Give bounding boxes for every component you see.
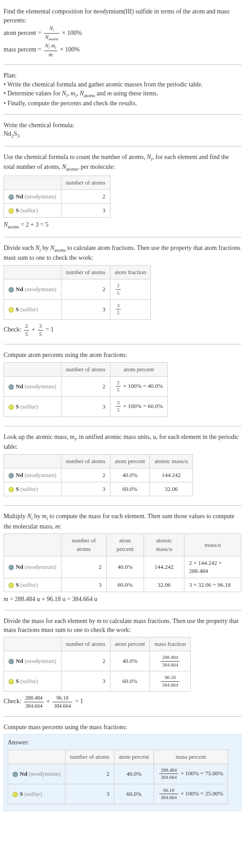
- element-color-dot: [9, 287, 14, 292]
- element-color-dot: [9, 565, 14, 570]
- molecular-mass-eq: m = 288.484 u + 96.18 u = 384.664 u: [4, 595, 241, 604]
- divider: [4, 344, 241, 344]
- atom-fraction-block: Divide each Ni by Natoms to calculate at…: [4, 240, 241, 341]
- mass-fraction-block: Divide the mass for each element by m to…: [4, 613, 241, 713]
- plan-bullet-1: • Write the chemical formula and gather …: [4, 80, 241, 89]
- table-atomic-mass: number of atoms atom percent atomic mass…: [4, 454, 193, 497]
- table-row: S (sulfur) 3 35 × 100% = 60.0%: [4, 396, 168, 417]
- table-row: Nd (neodymium) 2 25: [4, 279, 151, 300]
- table-row: S (sulfur) 3 60.0% 96.18384.664: [4, 671, 191, 692]
- check-mass-fraction: Check: 288.484384.664 + 96.18384.664 = 1: [4, 694, 241, 709]
- divider: [4, 114, 241, 115]
- table-atom-fraction: number of atoms atom fraction Nd (neodym…: [4, 265, 151, 320]
- mass-compute-text: Multiply Ni by mi to compute the mass fo…: [4, 512, 241, 531]
- fraction: Ni mi m: [44, 42, 57, 59]
- divider: [4, 716, 241, 717]
- table-row: Nd (neodymium) 2 40.0% 288.484384.664 × …: [8, 764, 228, 784]
- answer-title: Answer:: [8, 738, 237, 747]
- element-color-dot: [13, 772, 18, 777]
- chem-formula-block: Write the chemical formula: Nd2S3: [4, 117, 241, 143]
- table-answer: number of atoms atom percent mass percen…: [8, 750, 228, 804]
- atom-percent-text: Compute atom percents using the atom fra…: [4, 351, 241, 360]
- table-header-row: number of atoms: [4, 176, 110, 189]
- table-row: S (sulfur) 3 35: [4, 299, 151, 319]
- chem-formula: Nd2S3: [4, 129, 241, 139]
- divider: [4, 610, 241, 610]
- element-color-dot: [13, 792, 18, 797]
- table-row: Nd (neodymium) 2 25 × 100% = 40.0%: [4, 376, 168, 396]
- element-color-dot: [9, 384, 14, 390]
- plan-bullet-2: • Determine values for Ni, mi, Natoms an…: [4, 89, 241, 99]
- plan-bullet-3: • Finally, compute the percents and chec…: [4, 99, 241, 108]
- atom-percent-block: Compute atom percents using the atom fra…: [4, 347, 241, 423]
- answer-box: Answer: number of atoms atom percent mas…: [4, 734, 241, 811]
- element-color-dot: [9, 194, 14, 200]
- atomic-mass-text: Look up the atomic mass, mi, in unified …: [4, 433, 241, 451]
- element-color-dot: [9, 307, 14, 313]
- element-color-dot: [9, 583, 14, 588]
- table-row: Nd (neodymium) 2 40.0% 144.242: [4, 468, 193, 482]
- table-row: Nd (neodymium) 2 40.0% 288.484384.664: [4, 651, 191, 671]
- times-100: × 100%: [62, 30, 82, 36]
- natoms-text: Use the chemical formula to count the nu…: [4, 153, 241, 173]
- table-row: S (sulfur) 3 60.0% 32.06 3 × 32.06 = 96.…: [4, 578, 241, 592]
- divider: [4, 146, 241, 146]
- col-num-atoms: number of atoms: [61, 176, 110, 189]
- check-atom-fraction: Check: 25 + 35 = 1: [4, 322, 241, 338]
- table-atom-percent: number of atoms atom percent Nd (neodymi…: [4, 362, 168, 417]
- table-row: Nd (neodymium) 2: [4, 189, 110, 203]
- fraction: Ni Natoms: [44, 25, 60, 42]
- table-row: S (sulfur) 3: [4, 204, 110, 218]
- divider: [4, 505, 241, 506]
- table-header-row: number of atoms atom percent atomic mass…: [4, 534, 241, 556]
- mass-percent-block: Compute mass percents using the mass fra…: [4, 719, 241, 815]
- table-header-row: number of atoms atom percent atomic mass…: [4, 454, 193, 468]
- atom-percent-formula: atom percent = Ni Natoms × 100%: [4, 25, 241, 42]
- element-color-dot: [9, 404, 14, 410]
- plan-block: Plan: • Write the chemical formula and g…: [4, 68, 241, 111]
- mass-percent-formula: mass percent = Ni mi m × 100%: [4, 42, 241, 59]
- atom-fraction-text: Divide each Ni by Natoms to calculate at…: [4, 244, 241, 262]
- table-header-row: number of atoms atom percent mass fracti…: [4, 637, 191, 651]
- mass-compute-block: Multiply Ni by mi to compute the mass fo…: [4, 508, 241, 607]
- intro-text: Find the elemental composition for neody…: [4, 7, 241, 25]
- times-100: × 100%: [60, 46, 80, 53]
- divider: [4, 64, 241, 65]
- table-mass: number of atoms atom percent atomic mass…: [4, 533, 241, 592]
- element-color-dot: [9, 659, 14, 664]
- table-row: S (sulfur) 3 60.0% 32.06: [4, 482, 193, 496]
- table-row: Nd (neodymium) 2 40.0% 144.242 2 × 144.2…: [4, 556, 241, 578]
- table-header-row: number of atoms atom percent: [4, 362, 168, 376]
- natoms-eq: Natoms = 2 + 3 = 5: [4, 220, 241, 230]
- atomic-mass-block: Look up the atomic mass, mi, in unified …: [4, 429, 241, 503]
- table-row: S (sulfur) 3 60.0% 96.18384.664 × 100% =…: [8, 784, 228, 804]
- element-color-dot: [9, 679, 14, 684]
- natoms-block: Use the chemical formula to count the nu…: [4, 149, 241, 234]
- table-header-row: number of atoms atom percent mass percen…: [8, 750, 228, 764]
- table-header-row: number of atoms atom fraction: [4, 265, 151, 279]
- mass-fraction-text: Divide the mass for each element by m to…: [4, 617, 241, 634]
- intro-block: Find the elemental composition for neody…: [4, 4, 241, 62]
- mass-percent-text: Compute mass percents using the mass fra…: [4, 723, 241, 732]
- element-color-dot: [9, 208, 14, 214]
- element-color-dot: [9, 473, 14, 478]
- lbl: atom percent =: [4, 30, 41, 36]
- divider: [4, 426, 241, 426]
- plan-title: Plan:: [4, 71, 241, 80]
- element-color-dot: [9, 487, 14, 492]
- chem-title: Write the chemical formula:: [4, 121, 241, 130]
- divider: [4, 237, 241, 237]
- lbl: mass percent =: [4, 46, 41, 53]
- table-mass-fraction: number of atoms atom percent mass fracti…: [4, 637, 191, 692]
- table-natoms: number of atoms Nd (neodymium) 2 S (sulf…: [4, 176, 110, 218]
